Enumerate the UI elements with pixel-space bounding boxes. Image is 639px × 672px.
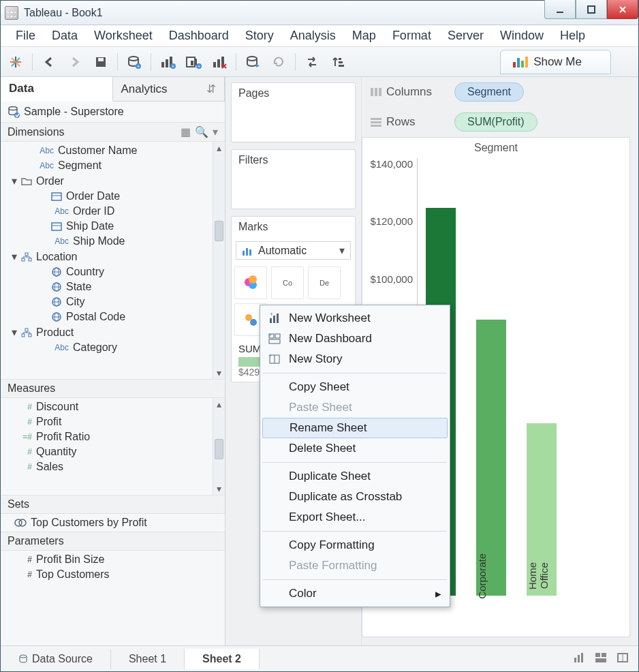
menu-story[interactable]: Story: [238, 27, 281, 44]
dimension-item[interactable]: AbcCustomer Name: [1, 143, 225, 158]
swap-icon[interactable]: [302, 52, 322, 72]
dimensions-menu-icon[interactable]: ▾: [213, 125, 218, 138]
menu-format[interactable]: Format: [386, 27, 438, 44]
pages-card[interactable]: Pages: [231, 82, 356, 142]
context-menu-item[interactable]: +New Story: [262, 349, 448, 369]
context-menu-item[interactable]: Rename Sheet: [262, 418, 448, 438]
tab-sheet-2[interactable]: Sheet 2: [185, 649, 260, 669]
scroll-thumb[interactable]: [215, 221, 223, 241]
measure-item[interactable]: #Quantity: [1, 444, 225, 459]
scroll-down-icon[interactable]: ▾: [213, 367, 225, 379]
scroll-thumb[interactable]: [215, 439, 223, 459]
forward-icon[interactable]: [65, 52, 84, 72]
data-connect-icon[interactable]: +: [125, 52, 144, 72]
menu-data[interactable]: Data: [45, 27, 84, 44]
svg-text:▸: ▸: [256, 61, 260, 69]
refresh-icon[interactable]: [269, 52, 288, 72]
dimension-item[interactable]: AbcSegment: [1, 158, 225, 173]
clear-sheet-icon[interactable]: [210, 52, 229, 72]
measures-tree: ▴ ▾ #Discount#Profit=#Profit Ratio#Quant…: [1, 398, 225, 495]
context-menu-item[interactable]: Export Sheet...: [262, 507, 448, 528]
tab-data-source[interactable]: Data Source: [1, 649, 111, 669]
dimension-item[interactable]: Country: [1, 264, 225, 279]
dimension-item[interactable]: AbcCategory: [1, 340, 225, 355]
filters-card[interactable]: Filters: [231, 149, 356, 209]
measure-item[interactable]: #Profit: [1, 414, 225, 429]
datasource-row[interactable]: Sample - Superstore: [1, 102, 225, 122]
minimize-button[interactable]: [544, 0, 576, 19]
save-icon[interactable]: [91, 52, 110, 72]
scroll-up-icon[interactable]: ▴: [213, 142, 225, 154]
menu-map[interactable]: Map: [345, 27, 383, 44]
tab-sheet-1[interactable]: Sheet 1: [111, 649, 185, 669]
dimension-item[interactable]: AbcOrder ID: [1, 204, 225, 219]
dimensions-scrollbar[interactable]: ▴ ▾: [213, 142, 225, 379]
duplicate-sheet-icon[interactable]: +: [184, 52, 203, 72]
scroll-up-icon[interactable]: ▴: [213, 398, 225, 410]
svg-rect-33: [52, 223, 61, 230]
tab-data[interactable]: Data: [1, 77, 113, 102]
tableau-logo-icon[interactable]: [6, 52, 25, 72]
menu-help[interactable]: Help: [553, 27, 592, 44]
search-icon[interactable]: 🔍: [195, 125, 208, 138]
view-as-icon[interactable]: ▦: [181, 125, 191, 138]
context-menu-item[interactable]: Color▸: [262, 583, 448, 604]
bottom-icons: [563, 652, 638, 665]
context-menu-item: Paste Formatting: [262, 555, 448, 576]
columns-pill-segment[interactable]: Segment: [454, 82, 524, 102]
menu-worksheet[interactable]: Worksheet: [87, 27, 159, 44]
context-menu-item[interactable]: Delete Sheet: [262, 438, 448, 459]
svg-rect-26: [339, 58, 341, 60]
menu-server[interactable]: Server: [441, 27, 490, 44]
rows-shelf[interactable]: Rows SUM(Profit): [362, 107, 638, 137]
context-menu-item[interactable]: +New Dashboard: [262, 329, 448, 349]
context-menu-item[interactable]: Copy Formatting: [262, 535, 448, 555]
dimension-item[interactable]: City: [1, 294, 225, 309]
bar-chart-icon: [242, 246, 253, 256]
measure-item[interactable]: =#Profit Ratio: [1, 429, 225, 444]
menu-analysis[interactable]: Analysis: [283, 27, 343, 44]
sort-asc-icon[interactable]: [328, 52, 347, 72]
parameter-item[interactable]: #Profit Bin Size: [1, 552, 225, 567]
measures-scrollbar[interactable]: ▴ ▾: [213, 398, 225, 495]
new-story-tab-icon[interactable]: [617, 652, 629, 665]
menu-window[interactable]: Window: [493, 27, 550, 44]
new-dashboard-tab-icon[interactable]: [595, 652, 607, 665]
close-button[interactable]: [607, 0, 638, 19]
context-menu-item[interactable]: +New Worksheet: [262, 308, 448, 329]
tab-analytics[interactable]: Analytics ⇵: [113, 77, 225, 101]
measure-item[interactable]: #Sales: [1, 459, 225, 474]
mark-detail-button[interactable]: De: [308, 266, 341, 299]
back-icon[interactable]: [40, 52, 59, 72]
dimension-item[interactable]: ▾Location: [1, 249, 225, 264]
measures-header: Measures: [1, 379, 225, 398]
dimension-item[interactable]: Ship Date: [1, 219, 225, 234]
columns-shelf[interactable]: Columns Segment: [362, 77, 638, 107]
mark-color-button[interactable]: [234, 266, 267, 299]
context-menu-item[interactable]: Duplicate as Crosstab: [262, 487, 448, 507]
measure-item[interactable]: #Discount: [1, 399, 225, 414]
dimension-item[interactable]: Postal Code: [1, 309, 225, 324]
menu-dashboard[interactable]: Dashboard: [162, 27, 236, 44]
dimension-item[interactable]: ▾Product: [1, 324, 225, 340]
dimension-item[interactable]: AbcShip Mode: [1, 234, 225, 249]
scroll-down-icon[interactable]: ▾: [213, 483, 225, 495]
svg-rect-27: [339, 61, 343, 63]
context-menu-item[interactable]: Copy Sheet: [262, 377, 448, 397]
context-menu-item[interactable]: Duplicate Sheet: [262, 466, 448, 487]
new-worksheet-tab-icon[interactable]: [573, 652, 585, 665]
menu-file[interactable]: File: [9, 27, 42, 44]
show-me-button[interactable]: Show Me: [500, 50, 611, 74]
rows-pill-profit[interactable]: SUM(Profit): [454, 112, 537, 132]
mark-size-button[interactable]: Co: [271, 266, 304, 299]
new-worksheet-icon[interactable]: +: [158, 52, 177, 72]
dimension-item[interactable]: ▾Order: [1, 173, 225, 189]
mark-type-select[interactable]: Automatic ▾: [236, 241, 351, 260]
parameter-item[interactable]: #Top Customers: [1, 567, 225, 582]
maximize-button[interactable]: [576, 0, 607, 19]
dimension-item[interactable]: State: [1, 279, 225, 294]
pages-title: Pages: [232, 83, 355, 104]
auto-update-icon[interactable]: ▸: [243, 52, 262, 72]
set-item[interactable]: Top Customers by Profit: [1, 515, 225, 530]
dimension-item[interactable]: Order Date: [1, 189, 225, 204]
